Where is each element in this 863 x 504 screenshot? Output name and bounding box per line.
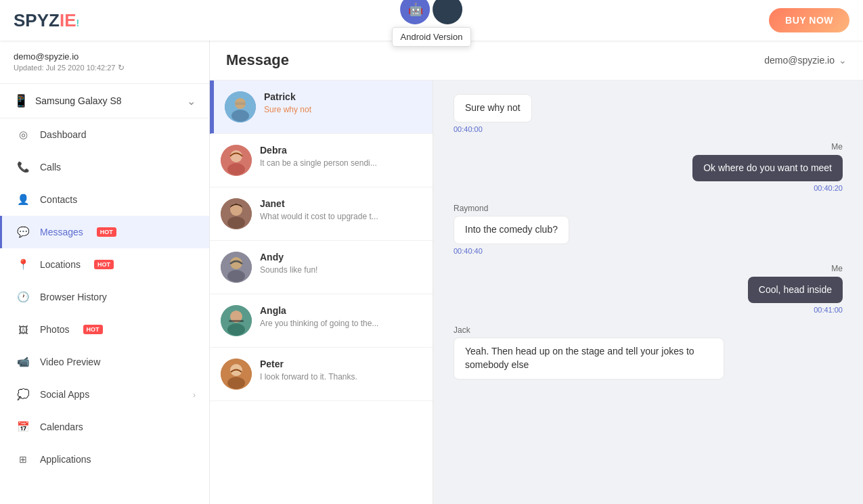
message-list: Patrick Sure why not xyxy=(210,81,433,504)
buy-now-button[interactable]: BUY NOW xyxy=(769,8,849,32)
message-info-patrick: Patrick Sure why not xyxy=(264,91,422,114)
content-body: Patrick Sure why not xyxy=(210,81,863,504)
ios-tab[interactable] xyxy=(433,0,463,24)
sidebar-item-dashboard[interactable]: ◎ Dashboard xyxy=(0,118,209,151)
locations-hot-badge: HOT xyxy=(94,260,114,269)
page-title: Message xyxy=(226,51,289,69)
device-icon: 📱 xyxy=(14,93,28,108)
os-tabs: 🤖 xyxy=(401,0,463,24)
locations-icon: 📍 xyxy=(16,257,30,272)
sidebar-item-video-preview[interactable]: 📹 Video Preview xyxy=(0,346,209,378)
sender-label-jack: Jack xyxy=(453,323,843,336)
message-sender-peter: Peter xyxy=(260,359,422,369)
social-apps-icon: 💭 xyxy=(16,387,30,402)
message-item-peter[interactable]: Peter I look forward to it. Thanks. xyxy=(210,348,433,401)
logo-exclaim: ! xyxy=(76,18,80,28)
message-sender-patrick: Patrick xyxy=(264,91,422,102)
message-item-janet[interactable]: Janet What would it cost to upgrade t... xyxy=(210,187,433,241)
avatar-peter xyxy=(221,359,252,390)
chat-panel: Sure why not 00:40:00 Me Ok where do you… xyxy=(433,81,863,504)
bubble-text-5: Yeah. Then head up on the stage and tell… xyxy=(453,338,724,379)
bubble-time-3: 00:40:40 xyxy=(453,247,483,255)
message-sender-debra: Debra xyxy=(260,145,422,156)
bubble-text-4: Cool, head inside xyxy=(748,277,843,304)
content-user-email: demo@spyzie.io xyxy=(764,55,835,66)
header: SPYZIE! 🤖 Android Version BUY NOW xyxy=(0,0,863,41)
photos-icon: 🖼 xyxy=(16,322,30,337)
sidebar-email: demo@spyzie.io xyxy=(14,51,196,62)
selected-bar xyxy=(212,81,214,133)
sidebar-updated: Updated: Jul 25 2020 10:42:27 ↻ xyxy=(14,63,196,72)
sidebar-item-contacts[interactable]: 👤 Contacts xyxy=(0,183,209,216)
sidebar-label-video-preview: Video Preview xyxy=(40,357,100,367)
browser-history-icon: 🕐 xyxy=(16,290,30,304)
sidebar-item-calls[interactable]: 📞 Calls xyxy=(0,151,209,183)
message-preview-angla: Are you thinking of going to the... xyxy=(260,319,422,328)
refresh-icon: ↻ xyxy=(118,63,125,72)
svg-rect-3 xyxy=(235,102,246,105)
svg-point-5 xyxy=(230,150,242,162)
sidebar-label-browser-history: Browser History xyxy=(40,292,107,302)
message-item-debra[interactable]: Debra It can be a single person sendi... xyxy=(210,134,433,187)
header-center: 🤖 Android Version xyxy=(392,0,472,47)
message-preview-debra: It can be a single person sendi... xyxy=(260,158,422,168)
svg-point-15 xyxy=(227,323,245,336)
device-selector[interactable]: 📱 Samsung Galaxy S8 ⌄ xyxy=(0,84,209,118)
message-info-janet: Janet What would it cost to upgrade t... xyxy=(260,198,422,221)
video-preview-icon: 📹 xyxy=(16,354,30,369)
sidebar-label-calendars: Calendars xyxy=(40,421,83,432)
avatar-debra xyxy=(221,145,252,176)
sidebar-item-photos[interactable]: 🖼 Photos HOT xyxy=(0,313,209,346)
message-preview-andy: Sounds like fun! xyxy=(260,265,422,275)
android-tab[interactable]: 🤖 xyxy=(401,0,430,24)
bubble-text-3: Into the comedy club? xyxy=(453,216,569,244)
bubble-time-1: 00:40:00 xyxy=(453,125,483,133)
sidebar-label-messages: Messages xyxy=(40,227,83,237)
sidebar-item-messages[interactable]: 💬 Messages HOT xyxy=(0,216,209,248)
svg-point-19 xyxy=(227,377,245,389)
message-item-andy[interactable]: Andy Sounds like fun! xyxy=(210,241,433,294)
message-info-debra: Debra It can be a single person sendi... xyxy=(260,145,422,168)
svg-point-2 xyxy=(231,110,249,122)
avatar-andy xyxy=(221,252,252,283)
svg-point-6 xyxy=(227,163,245,175)
logo-ie: IE xyxy=(60,10,76,30)
chat-bubble-2: Ok where do you want to meet 00:40:20 xyxy=(453,155,843,193)
chat-bubble-3: Into the comedy club? 00:40:40 xyxy=(453,216,843,255)
message-info-angla: Angla Are you thinking of going to the..… xyxy=(260,305,422,328)
calls-icon: 📞 xyxy=(16,160,30,175)
calendars-icon: 📅 xyxy=(16,419,30,434)
content-user-chevron-icon: ⌄ xyxy=(839,55,847,66)
message-info-andy: Andy Sounds like fun! xyxy=(260,252,422,275)
main-layout: demo@spyzie.io Updated: Jul 25 2020 10:4… xyxy=(0,41,863,504)
avatar-janet xyxy=(221,198,252,229)
message-item-angla[interactable]: Angla Are you thinking of going to the..… xyxy=(210,294,433,348)
sidebar-label-applications: Applications xyxy=(40,454,91,465)
me-label-1: Me xyxy=(453,140,843,152)
bubble-time-2: 00:40:20 xyxy=(814,184,843,192)
sidebar-label-social-apps: Social Apps xyxy=(40,389,89,400)
chat-bubble-1: Sure why not 00:40:00 xyxy=(453,94,843,133)
sidebar-item-locations[interactable]: 📍 Locations HOT xyxy=(0,248,209,281)
contacts-icon: 👤 xyxy=(16,192,30,207)
message-item-patrick[interactable]: Patrick Sure why not xyxy=(210,81,433,134)
device-name: Samsung Galaxy S8 xyxy=(35,95,122,106)
logo-spy: SPYZ xyxy=(14,10,60,30)
android-tooltip: Android Version xyxy=(392,27,472,47)
bubble-text-1: Sure why not xyxy=(453,94,532,122)
chat-bubble-5: Yeah. Then head up on the stage and tell… xyxy=(453,338,843,379)
sidebar-label-photos: Photos xyxy=(40,324,70,335)
sidebar-item-social-apps[interactable]: 💭 Social Apps › xyxy=(0,378,209,411)
sidebar-item-calendars[interactable]: 📅 Calendars xyxy=(0,411,209,443)
sidebar-item-browser-history[interactable]: 🕐 Browser History xyxy=(0,281,209,313)
sidebar-item-applications[interactable]: ⊞ Applications xyxy=(0,443,209,476)
photos-hot-badge: HOT xyxy=(83,325,103,334)
bubble-text-2: Ok where do you want to meet xyxy=(692,155,843,182)
device-chevron-icon: ⌄ xyxy=(187,95,196,108)
content-user-menu[interactable]: demo@spyzie.io ⌄ xyxy=(764,55,847,66)
content-area: Message demo@spyzie.io ⌄ xyxy=(210,41,863,504)
message-sender-angla: Angla xyxy=(260,305,422,316)
content-header: Message demo@spyzie.io ⌄ xyxy=(210,41,863,81)
avatar-angla xyxy=(221,305,252,336)
applications-icon: ⊞ xyxy=(16,452,30,467)
